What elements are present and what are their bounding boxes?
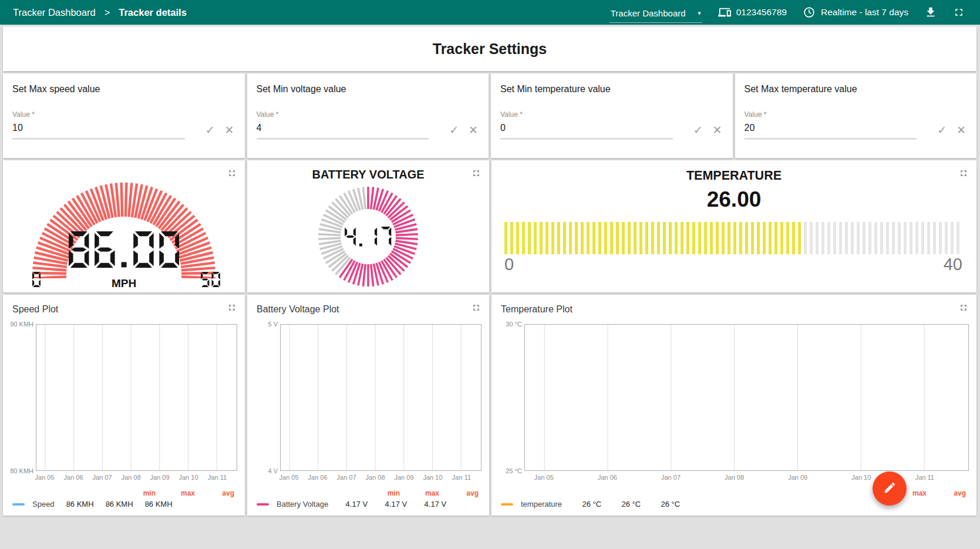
temperature-gauge-title: TEMPERATURE <box>491 169 976 183</box>
fullscreen-icon <box>953 6 965 18</box>
value-field-label: Value * <box>257 110 429 119</box>
fullscreen-icon <box>472 305 481 314</box>
value-input[interactable] <box>257 119 429 139</box>
expand-button[interactable] <box>959 303 968 314</box>
series-swatch <box>257 503 269 506</box>
fullscreen-icon <box>959 171 968 180</box>
battery-gauge-value <box>247 227 489 247</box>
timewindow-label: Realtime - last 7 days <box>821 7 908 18</box>
stat-avg: 26 °C <box>641 500 680 508</box>
page-title: Tracker Settings <box>3 26 976 71</box>
clock-icon <box>803 6 816 19</box>
timewindow-button[interactable]: Realtime - last 7 days <box>803 6 908 19</box>
discard-icon[interactable]: ✕ <box>469 124 478 136</box>
speed-gauge-card: MPH <box>3 160 245 292</box>
expand-button[interactable] <box>959 169 968 180</box>
speed-gauge-value <box>3 231 245 268</box>
pencil-icon <box>883 481 897 496</box>
dashboard-select[interactable]: Tracker Dashboard ▾ <box>609 7 702 23</box>
setting-card-title: Set Max temperature value <box>745 84 968 95</box>
y-axis-max-label: 5 V <box>250 321 278 328</box>
fullscreen-icon <box>959 305 968 314</box>
value-input[interactable] <box>745 119 917 139</box>
stat-max: 26 °C <box>601 500 641 508</box>
battery-gauge-title: BATTERY VOLTAGE <box>247 168 489 181</box>
value-field-label: Value * <box>745 110 917 119</box>
set-min-voltage-card: Set Min voltage value Value * ✓ ✕ <box>247 73 489 158</box>
expand-button[interactable] <box>227 169 237 180</box>
legend-row[interactable]: Battery Voltage 4.17 V 4.17 V 4.17 V <box>257 500 479 508</box>
set-max-temperature-card: Set Max temperature value Value * ✓ ✕ <box>735 73 977 158</box>
breadcrumb-root[interactable]: Tracker Dashboard <box>13 7 96 18</box>
gauge-max-label: 40 <box>944 255 962 274</box>
speed-plot-card: Speed Plot 90 KMH 80 KMH Jan 05Jan 06Jan… <box>3 295 245 516</box>
y-axis-min-label: 80 KMH <box>5 467 33 474</box>
speed-gauge-units: MPH <box>3 277 245 290</box>
setting-card-title: Set Max speed value <box>12 84 235 95</box>
legend-row[interactable]: Speed 86 KMH 86 KMH 86 KMH <box>12 500 234 508</box>
set-max-speed-card: Set Max speed value Value * ✓ ✕ <box>3 73 245 158</box>
fullscreen-icon <box>472 171 481 180</box>
settings-row: Set Max speed value Value * ✓ ✕ Set Min … <box>3 73 976 158</box>
apply-icon[interactable]: ✓ <box>937 124 947 136</box>
battery-voltage-plot-card: Battery Voltage Plot 5 V 4 V Jan 05Jan 0… <box>247 295 489 516</box>
chevron-down-icon: ▾ <box>698 9 701 17</box>
fullscreen-icon <box>227 171 237 180</box>
y-axis-max-label: 90 KMH <box>5 321 33 328</box>
fullscreen-icon <box>227 305 237 314</box>
apply-icon[interactable]: ✓ <box>449 124 459 136</box>
value-input[interactable] <box>500 119 673 139</box>
plot-title: Speed Plot <box>12 304 58 315</box>
gauge-min-label: 0 <box>504 255 514 274</box>
dashboard-select-value: Tracker Dashboard <box>611 8 686 18</box>
plot-area[interactable] <box>524 324 969 471</box>
temperature-gauge-value: 26.00 <box>491 187 976 212</box>
expand-button[interactable] <box>472 303 481 314</box>
plot-area[interactable] <box>36 324 237 471</box>
gauges-row: MPH BATTERY VOLTAGE TEMPERATURE 26.00 0 … <box>3 160 976 292</box>
breadcrumb-current: Tracker details <box>119 7 187 18</box>
stat-min: 26 °C <box>562 500 601 508</box>
expand-button[interactable] <box>472 169 481 180</box>
x-axis-ticks: Jan 05Jan 06Jan 07Jan 08Jan 09Jan 10Jan … <box>36 474 237 482</box>
export-button[interactable] <box>924 6 937 19</box>
series-name: Speed <box>32 500 55 508</box>
battery-gauge-card: BATTERY VOLTAGE <box>247 160 489 292</box>
edit-dashboard-fab[interactable] <box>873 471 907 506</box>
set-min-temperature-card: Set Min temperature value Value * ✓ ✕ <box>491 73 733 158</box>
legend-stat-headers: minmaxavg <box>257 489 479 497</box>
plot-area[interactable] <box>280 324 481 471</box>
expand-button[interactable] <box>227 303 237 314</box>
stat-max: 4.17 V <box>368 500 407 508</box>
value-field-label: Value * <box>500 110 673 119</box>
plot-title: Temperature Plot <box>501 304 572 315</box>
series-name: temperature <box>521 500 562 508</box>
entity-selector[interactable]: 0123456789 <box>718 6 787 19</box>
stat-avg: 86 KMH <box>133 500 173 508</box>
value-input[interactable] <box>12 119 185 139</box>
stat-min: 86 KMH <box>55 500 94 508</box>
series-swatch <box>501 503 513 506</box>
y-axis-min-label: 25 °C <box>494 467 522 474</box>
download-icon <box>924 6 937 19</box>
apply-icon[interactable]: ✓ <box>693 124 703 136</box>
discard-icon[interactable]: ✕ <box>713 124 722 136</box>
x-axis-ticks: Jan 05Jan 06Jan 07Jan 08Jan 09Jan 10Jan … <box>280 474 481 482</box>
stat-avg: 4.17 V <box>407 500 446 508</box>
y-axis-min-label: 4 V <box>250 467 278 474</box>
devices-icon <box>718 6 731 19</box>
setting-card-title: Set Min temperature value <box>500 84 723 95</box>
temperature-gauge-card: TEMPERATURE 26.00 0 40 <box>491 160 976 292</box>
top-bar: Tracker Dashboard > Tracker details Trac… <box>0 0 980 25</box>
legend-stat-headers: minmaxavg <box>12 489 234 497</box>
temperature-gauge-bar <box>504 222 962 254</box>
plots-row: Speed Plot 90 KMH 80 KMH Jan 05Jan 06Jan… <box>3 295 976 516</box>
breadcrumb-separator: > <box>105 7 110 18</box>
setting-card-title: Set Min voltage value <box>257 84 480 95</box>
fullscreen-button[interactable] <box>953 6 965 18</box>
y-axis-max-label: 30 °C <box>494 321 522 328</box>
discard-icon[interactable]: ✕ <box>957 124 966 136</box>
apply-icon[interactable]: ✓ <box>206 124 215 136</box>
discard-icon[interactable]: ✕ <box>225 124 234 136</box>
stat-max: 86 KMH <box>94 500 133 508</box>
